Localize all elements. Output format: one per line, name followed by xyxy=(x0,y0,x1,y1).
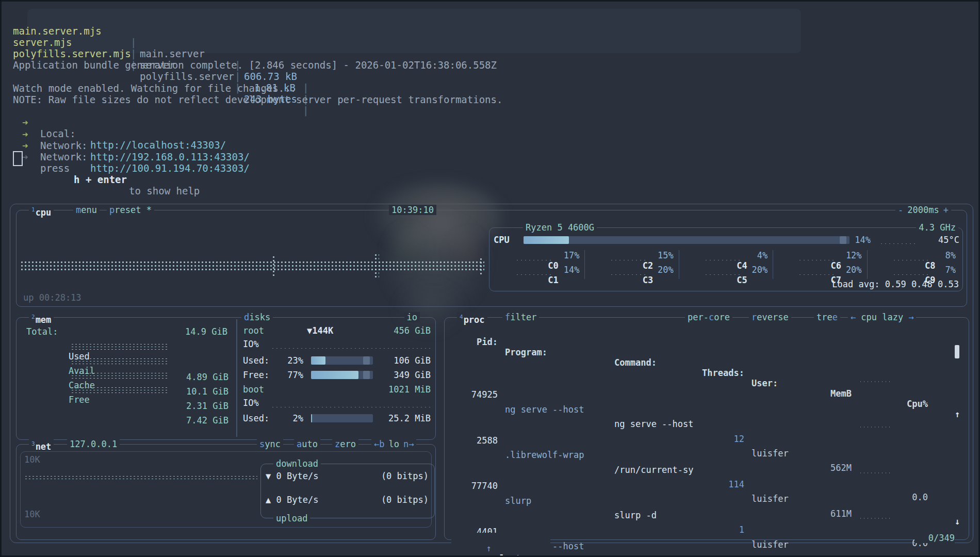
disk-boot-io-label: IO% xyxy=(243,398,259,408)
core-name: C1 xyxy=(548,275,558,285)
cpu-box-number: 1 xyxy=(31,206,35,213)
process-row[interactable]: 4401 ng serve --host ng serve --host 13 … xyxy=(446,510,965,524)
terminal-screen: main.server.mjs | main.server | 606.73 k… xyxy=(0,0,980,557)
help-key: h + enter xyxy=(74,174,127,185)
sort-next-button[interactable]: → xyxy=(908,312,913,322)
mem-row-graph xyxy=(71,372,169,379)
help-line: ➜ press h + enter to show help xyxy=(22,140,58,208)
endpoint-url[interactable]: http://192.168.0.113:43303/ xyxy=(90,151,250,162)
cpu-total-meter xyxy=(524,236,850,244)
endpoint-url[interactable]: http://100.91.194.70:43303/ xyxy=(90,162,250,174)
mem-row-graph xyxy=(71,343,169,350)
zero-button[interactable]: zero xyxy=(332,439,358,449)
auto-button[interactable]: auto xyxy=(294,439,320,449)
disk-root-activity: ▼144K xyxy=(307,325,333,336)
sync-button[interactable]: sync xyxy=(257,439,283,449)
select-up-icon[interactable]: ↑ xyxy=(486,543,491,553)
disk-root-free-bar xyxy=(311,371,373,379)
interval-increase-button[interactable]: + xyxy=(943,205,949,215)
process-cpu-graph xyxy=(859,517,890,519)
process-cpu-graph xyxy=(859,426,890,428)
tree-button[interactable]: tree xyxy=(814,312,840,322)
help-post: to show help xyxy=(129,185,200,196)
proc-table: 74925 ng serve --host ng serve --host 12… xyxy=(446,342,965,557)
upload-bits: (0 bitps) xyxy=(352,495,429,505)
proc-header-row: Pid: Program: Command: Threads: User: Me… xyxy=(446,326,965,340)
process-row[interactable]: 74925 ng serve --host ng serve --host 12… xyxy=(446,373,965,387)
sort-prev-button[interactable]: ← xyxy=(851,312,856,322)
select-label: select xyxy=(489,553,520,557)
mem-disks-divider xyxy=(236,319,237,437)
core-cell: C7 20% xyxy=(773,265,867,279)
disk-root-used-fill xyxy=(311,356,325,365)
core-usage-graph xyxy=(610,273,646,276)
column-separator: | xyxy=(130,37,136,48)
net-interface-label: 127.0.0.1 xyxy=(67,439,120,449)
upload-label: upload xyxy=(273,513,310,523)
interval-decrease-button[interactable]: - xyxy=(898,205,903,215)
io-mode-button[interactable]: io xyxy=(404,312,420,322)
update-interval-control: -2000ms+ xyxy=(895,205,951,215)
process-user: luisfer xyxy=(752,492,806,506)
prev-interface-button[interactable]: ←b xyxy=(374,439,384,449)
bundle-chunk-name: polyfills.server xyxy=(140,71,234,82)
process-cpu: 0.0 xyxy=(891,490,928,504)
core-percent: 20% xyxy=(752,265,767,275)
core-cell: C3 20% xyxy=(584,265,678,279)
process-row[interactable]: 2909 Isolated Web Co /nix/store/qw10 28 … xyxy=(446,555,965,557)
download-arrow-icon: ▼ xyxy=(266,471,271,481)
disk-root-free-label: Free: xyxy=(243,370,269,380)
cpu-frequency: 4.3 GHz xyxy=(916,222,958,233)
core-percent: 7% xyxy=(945,265,956,275)
cpu-model-label: Ryzen 5 4600G xyxy=(523,222,597,233)
endpoint-url[interactable]: http://localhost:43303/ xyxy=(90,139,226,151)
core-percent: 15% xyxy=(658,250,674,260)
cpu-history-graph xyxy=(20,260,484,272)
filter-button[interactable]: filter xyxy=(502,312,539,322)
core-percent: 4% xyxy=(757,250,767,260)
core-percent: 17% xyxy=(564,250,580,260)
terminal-cursor xyxy=(13,151,23,166)
core-usage-graph xyxy=(704,273,741,276)
scroll-down-icon[interactable]: ↓ xyxy=(955,516,960,527)
arrow-icon: ➜ xyxy=(22,151,28,162)
process-cpu-graph xyxy=(859,472,890,474)
process-row[interactable]: 2588 .librewolf-wrap /run/current-sy 114… xyxy=(446,418,965,433)
cpu-box-title: 1cpu xyxy=(29,205,54,218)
mem-row-graph xyxy=(71,357,169,364)
proc-box-title: 4proc xyxy=(457,312,487,325)
net-box-number: 3 xyxy=(31,440,35,447)
process-threads: 1 xyxy=(709,522,744,537)
proc-scrollbar-thumb[interactable] xyxy=(955,345,959,358)
mem-row-label: Free xyxy=(69,395,90,405)
core-usage-graph xyxy=(798,259,835,261)
disks-button[interactable]: disks xyxy=(241,312,273,322)
core-usage-graph xyxy=(515,273,552,276)
disk-root-free-size: 349 GiB xyxy=(379,370,431,380)
preset-button[interactable]: preset * xyxy=(107,205,154,215)
core-usage-graph xyxy=(515,259,552,261)
disk-root-used-cap xyxy=(363,356,370,365)
core-cell: C2 15% xyxy=(584,250,678,265)
upload-arrow-icon: ▲ xyxy=(266,495,271,505)
core-cell: C1 14% xyxy=(491,265,584,279)
cpu-temperature: 45°C xyxy=(917,235,959,245)
mem-row: Free 7.42 GiB xyxy=(26,384,228,436)
core-cell: C8 8% xyxy=(867,250,961,265)
help-pre: press xyxy=(40,162,70,174)
proc-box-number: 4 xyxy=(460,314,463,320)
process-user: luisfer xyxy=(752,537,806,552)
process-pid: 2588 xyxy=(446,433,498,448)
menu-button[interactable]: menu xyxy=(73,205,100,215)
bundle-output-panel xyxy=(27,9,801,53)
next-interface-button[interactable]: n→ xyxy=(403,439,414,449)
net-history-graph xyxy=(24,475,257,481)
bundle-chunk-name: main.server xyxy=(140,48,234,59)
cpu-graph-spike xyxy=(272,255,276,277)
disk-boot-used-pct: 2% xyxy=(280,413,303,423)
sort-column-label: cpu lazy xyxy=(861,312,903,322)
reverse-button[interactable]: reverse xyxy=(749,312,791,322)
per-core-button[interactable]: per-core xyxy=(685,312,732,322)
process-row[interactable]: 77740 slurp slurp -d 1 luisfer 19M 1.2 xyxy=(446,464,965,479)
core-percent: 20% xyxy=(846,265,862,275)
